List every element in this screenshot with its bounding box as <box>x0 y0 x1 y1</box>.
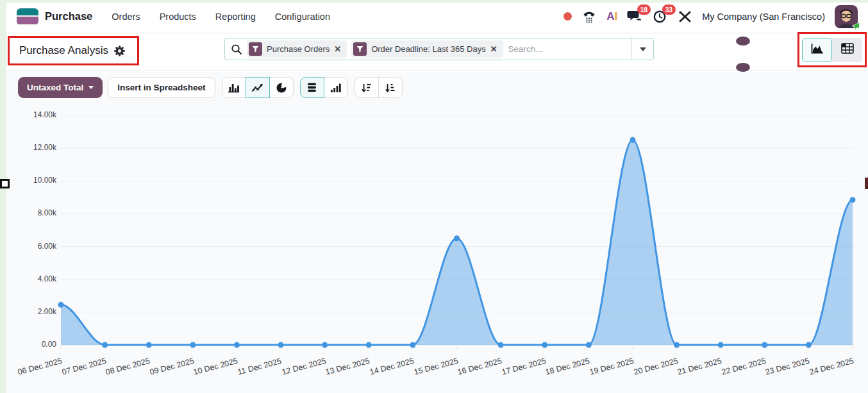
menu-item-reporting[interactable]: Reporting <box>215 12 256 22</box>
sort-asc-icon <box>385 83 396 93</box>
avatar[interactable] <box>835 5 858 28</box>
main-menu: OrdersProductsReportingConfiguration <box>112 12 330 22</box>
filter-chip[interactable]: Order Deadline: Last 365 Days✕ <box>351 40 503 58</box>
measure-caret-icon <box>88 86 94 89</box>
clear-filter-icon[interactable]: ✕ <box>490 44 497 54</box>
app-brand[interactable]: Purchase <box>17 8 92 25</box>
sort-asc-button[interactable] <box>378 77 403 98</box>
filter-funnel-icon <box>249 42 262 56</box>
filter-chip-label: Purchase Orders <box>267 44 330 54</box>
annotation-handle-bottom <box>736 63 750 72</box>
menu-item-products[interactable]: Products <box>160 12 196 22</box>
pie-chart-icon <box>276 82 287 94</box>
page-root: Purchase OrdersProductsReportingConfigur… <box>0 0 868 393</box>
sort-desc-button[interactable] <box>355 77 379 98</box>
ai-logo-icon[interactable]: AI <box>606 10 617 23</box>
filter-funnel-icon <box>353 42 367 56</box>
plane-status-icon <box>851 22 860 31</box>
search-input[interactable] <box>508 44 631 54</box>
menu-item-orders[interactable]: Orders <box>112 12 140 22</box>
sort-desc-icon <box>361 83 372 93</box>
filter-chips: Purchase Orders✕Order Deadline: Last 365… <box>247 40 503 58</box>
purchase-app-icon[interactable] <box>17 8 38 25</box>
filter-chip[interactable]: Purchase Orders✕ <box>247 40 347 58</box>
app-title[interactable]: Purchase <box>45 10 92 22</box>
page-title: Purchase Analysis <box>19 44 108 57</box>
stacked-toggle-button[interactable] <box>300 77 324 98</box>
bar-chart-button[interactable] <box>222 77 246 98</box>
activity-badge: 33 <box>662 4 676 15</box>
top-navbar: Purchase OrdersProductsReportingConfigur… <box>0 0 868 33</box>
phone-icon[interactable] <box>581 9 597 24</box>
pie-chart-button[interactable] <box>269 77 294 98</box>
sort-group <box>355 77 403 98</box>
graph-view-button[interactable] <box>802 38 832 62</box>
pivot-view-icon <box>841 43 854 56</box>
edge-strip-top <box>0 0 868 3</box>
stacked-icon <box>306 82 317 93</box>
clock-icon[interactable]: 33 <box>652 9 667 24</box>
tools-icon[interactable] <box>677 9 692 24</box>
bar-chart-icon <box>228 82 240 93</box>
dropdown-caret-icon <box>640 47 646 51</box>
clear-filter-icon[interactable]: ✕ <box>334 44 341 54</box>
cumulative-icon <box>330 83 342 93</box>
area-view-icon <box>810 43 824 57</box>
menu-item-configuration[interactable]: Configuration <box>275 12 330 22</box>
search-icon <box>231 44 242 55</box>
line-chart-button[interactable] <box>246 77 270 98</box>
pivot-view-button[interactable] <box>832 38 862 62</box>
filter-chip-label: Order Deadline: Last 365 Days <box>371 44 485 54</box>
title-annotation-box: Purchase Analysis <box>8 36 139 65</box>
measures-button[interactable]: Untaxed Total <box>18 77 103 98</box>
cumulative-toggle-button[interactable] <box>324 77 348 98</box>
line-chart-icon <box>251 83 263 93</box>
edge-strip-left <box>0 0 6 393</box>
chat-icon[interactable]: 18 <box>627 9 642 24</box>
record-indicator-icon[interactable] <box>563 12 572 21</box>
selection-handle-left <box>0 179 10 188</box>
search-dropdown-toggle[interactable] <box>631 38 653 60</box>
chat-badge: 18 <box>637 4 651 15</box>
search-bar: Purchase Orders✕Order Deadline: Last 365… <box>224 38 654 60</box>
content-background <box>0 72 868 393</box>
insert-spreadsheet-button[interactable]: Insert in Spreadsheet <box>108 77 215 98</box>
chart-type-group <box>222 77 294 98</box>
view-switcher <box>802 38 862 62</box>
switcher-annotation-box <box>797 32 867 67</box>
systray: AI 18 33 My Company (San Francisco) <box>563 5 858 28</box>
annotation-handle-top <box>736 37 750 46</box>
selection-handle-right <box>865 178 868 189</box>
gear-icon[interactable] <box>114 46 125 56</box>
control-panel: Purchase Analysis Purchase Orders✕Order … <box>0 33 868 71</box>
graph-toolbar: Untaxed Total Insert in Spreadsheet <box>18 77 403 98</box>
stacked-group <box>300 77 348 98</box>
company-switcher[interactable]: My Company (San Francisco) <box>702 12 825 22</box>
